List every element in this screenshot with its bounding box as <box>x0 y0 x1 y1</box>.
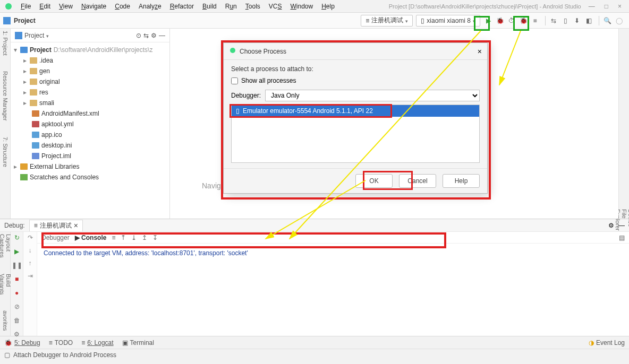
step-into-icon[interactable]: ↓ <box>29 247 32 254</box>
tab-debug[interactable]: 🐞5: Debug <box>4 339 40 346</box>
menu-view[interactable]: View <box>55 2 76 11</box>
device-dropdown[interactable]: ▯ xiaomi xiaomi 8 <box>416 15 480 27</box>
user-icon[interactable]: ◯ <box>614 16 624 25</box>
console-tb-icon[interactable]: ⤓ <box>131 234 137 241</box>
step-out-icon[interactable]: ↑ <box>29 259 32 267</box>
tree-folder[interactable]: ▸res <box>11 87 169 98</box>
resume-icon[interactable]: ▶ <box>14 248 19 255</box>
tree-file[interactable]: desktop.ini <box>11 140 169 151</box>
menu-help[interactable]: Help <box>318 2 338 11</box>
tab-eventlog[interactable]: ◑Event Log <box>589 339 625 346</box>
run-config-dropdown[interactable]: ≡ 注册机调试 <box>361 15 413 27</box>
step-over-icon[interactable]: ↷ <box>28 234 33 241</box>
sidebar-tab-project[interactable]: 1: Project <box>2 31 8 55</box>
sidebar-tab-captures[interactable]: Layout Captures <box>0 234 12 258</box>
process-list-item[interactable]: ▯ Emulator emulator-5554 Android 5.1.1, … <box>232 105 479 117</box>
dialog-icon <box>229 47 236 56</box>
tree-folder[interactable]: ▸original <box>11 76 169 87</box>
tree-file[interactable]: apktool.yml <box>11 119 169 129</box>
show-all-checkbox[interactable]: Show all processes <box>231 77 480 84</box>
console-line: Connected to the target VM, address: 'lo… <box>44 249 248 257</box>
stop-button[interactable]: ■ <box>530 16 540 25</box>
console-output[interactable]: Connected to the target VM, address: 'lo… <box>37 244 629 262</box>
debug-button[interactable]: 🐞 <box>495 16 505 25</box>
hide-icon[interactable]: — <box>159 32 165 39</box>
run-to-cursor-icon[interactable]: ⇥ <box>28 272 33 280</box>
show-all-checkbox-input[interactable] <box>231 77 238 84</box>
tree-file[interactable]: app.ico <box>11 129 169 140</box>
sidebar-tab-variants[interactable]: Build Variants <box>0 274 12 295</box>
chevron-down-icon[interactable] <box>46 32 49 39</box>
tab-terminal[interactable]: ▣Terminal <box>122 339 154 346</box>
process-list[interactable]: ▯ Emulator emulator-5554 Android 5.1.1, … <box>231 105 480 163</box>
console-tabs: Debugger ▶ Console ≡ ⤒ ⤓ ↥ ↧ ▤ <box>37 232 629 244</box>
tree-folder[interactable]: ▸smali <box>11 98 169 108</box>
menu-run[interactable]: Run <box>222 2 241 11</box>
collapse-icon[interactable]: ⇆ <box>143 32 149 39</box>
mute-bp-icon[interactable]: ⊘ <box>14 303 20 310</box>
avd-icon[interactable]: ▯ <box>560 16 570 25</box>
project-view-label[interactable]: Project <box>24 32 44 39</box>
console-tb-icon[interactable]: ≡ <box>112 234 115 241</box>
sync-icon[interactable]: ⇆ <box>549 16 558 25</box>
settings-icon[interactable]: ⚙ <box>14 331 20 338</box>
menu-navigate[interactable]: Navigate <box>78 2 110 11</box>
maximize-icon[interactable]: □ <box>605 3 608 10</box>
console-tb-icon[interactable]: ⤒ <box>121 234 126 241</box>
menu-build[interactable]: Build <box>199 2 220 11</box>
minimize-icon[interactable]: — <box>589 3 595 10</box>
hide-icon[interactable]: — <box>618 222 625 229</box>
breadcrumb-project[interactable]: Project <box>14 17 36 24</box>
menu-code[interactable]: Code <box>111 2 134 11</box>
tab-debugger[interactable]: Debugger <box>41 234 70 241</box>
cancel-button[interactable]: Cancel <box>399 174 436 188</box>
sidebar-tab-structure[interactable]: 7: Structure <box>2 137 8 167</box>
breakpoints-icon[interactable]: ● <box>15 289 19 297</box>
sidebar-tab-favorites[interactable]: avorites <box>2 310 8 331</box>
layout-icon[interactable]: ▤ <box>619 234 625 241</box>
debug-step-controls: ↷ ↓ ↑ ⇥ <box>23 232 37 336</box>
target-icon[interactable]: ⊙ <box>136 32 141 39</box>
debug-body: Layout Captures Build Variants avorites … <box>0 232 629 336</box>
tree-folder[interactable]: ▸.idea <box>11 55 169 66</box>
tab-console[interactable]: ▶ Console <box>75 234 107 241</box>
dialog-close-icon[interactable] <box>478 47 482 56</box>
console-tb-icon[interactable]: ↧ <box>152 234 158 241</box>
menu-edit[interactable]: Edit <box>36 2 54 11</box>
tree-scratches[interactable]: Scratches and Consoles <box>11 172 169 183</box>
rerun-icon[interactable]: ↻ <box>14 234 20 241</box>
sdk-icon[interactable]: ⬇ <box>572 16 582 25</box>
attach-debugger-button[interactable]: 🐞 <box>518 16 528 25</box>
menu-analyze[interactable]: Analyze <box>135 2 165 11</box>
search-button[interactable] <box>602 16 612 25</box>
tab-todo[interactable]: ≡TODO <box>49 339 73 346</box>
debug-session-tab[interactable]: ≡ 注册机调试 <box>29 220 83 231</box>
sidebar-tab-resmgr[interactable]: Resource Manager <box>2 71 8 121</box>
menu-vcs[interactable]: VCS <box>265 2 286 11</box>
tree-file[interactable]: AndroidManifest.xml <box>11 108 169 119</box>
close-icon[interactable]: × <box>618 3 622 10</box>
help-button[interactable]: Help <box>443 174 480 188</box>
dump-icon[interactable]: 🗑 <box>14 317 20 324</box>
close-tab-icon[interactable] <box>74 221 78 230</box>
tab-logcat[interactable]: ≡6: Logcat <box>81 339 113 346</box>
layout-inspector-icon[interactable]: ◧ <box>584 16 593 25</box>
debugger-select[interactable]: Java Only <box>265 90 480 101</box>
pause-icon[interactable]: ❚❚ <box>12 262 22 269</box>
project-tree[interactable]: ▾ Project D:\software\AndroidKiller\proj… <box>11 42 169 185</box>
tree-root[interactable]: ▾ Project D:\software\AndroidKiller\proj… <box>11 45 169 55</box>
run-button[interactable] <box>483 16 493 25</box>
console-tb-icon[interactable]: ↥ <box>142 234 147 241</box>
tree-folder[interactable]: ▸gen <box>11 66 169 76</box>
menu-tools[interactable]: Tools <box>242 2 264 11</box>
gear-icon[interactable] <box>151 32 157 39</box>
ok-button[interactable]: OK <box>355 174 393 188</box>
menu-file[interactable]: File <box>17 2 35 11</box>
menu-refactor[interactable]: Refactor <box>166 2 198 11</box>
tree-file[interactable]: Project.iml <box>11 151 169 161</box>
menu-window[interactable]: Window <box>286 2 317 11</box>
gear-icon[interactable] <box>608 222 614 229</box>
profile-button[interactable]: ⏱ <box>507 16 516 25</box>
stop-icon[interactable]: ■ <box>15 275 19 283</box>
tree-external-libs[interactable]: ▸External Libraries <box>11 161 169 172</box>
